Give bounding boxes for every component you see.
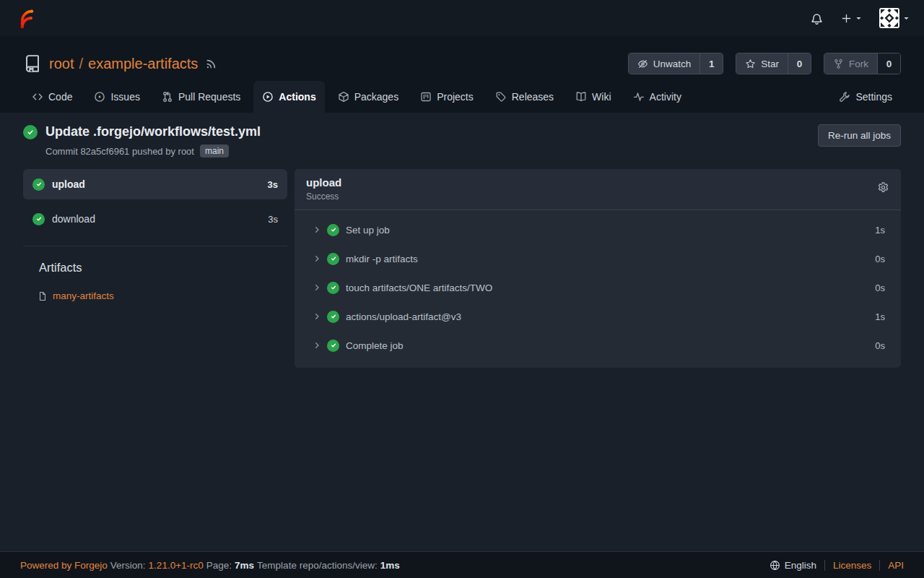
tab-projects[interactable]: Projects bbox=[411, 81, 482, 113]
chevron-right-icon[interactable] bbox=[313, 225, 321, 234]
page-time: 7ms bbox=[235, 560, 254, 571]
footer-left: Powered by Forgejo Version: 1.21.0+1-rc0… bbox=[20, 560, 400, 571]
job-detail-name: upload bbox=[306, 176, 341, 189]
divider bbox=[824, 560, 825, 571]
job-name: upload bbox=[52, 178, 85, 190]
chevron-down-icon bbox=[903, 15, 910, 22]
top-navbar bbox=[0, 0, 924, 36]
step-duration: 1s bbox=[875, 311, 885, 322]
artifacts-heading: Artifacts bbox=[39, 261, 287, 275]
fork-label: Fork bbox=[849, 59, 868, 69]
language-menu[interactable]: English bbox=[770, 560, 816, 571]
tab-wiki[interactable]: Wiki bbox=[567, 81, 619, 113]
tab-activity[interactable]: Activity bbox=[624, 81, 690, 113]
code-icon bbox=[32, 91, 43, 103]
step-row[interactable]: mkdir -p artifacts 0s bbox=[295, 244, 901, 273]
play-circle-icon bbox=[262, 91, 274, 103]
file-icon bbox=[38, 291, 48, 301]
powered-by-link[interactable]: Powered by Forgejo bbox=[20, 560, 108, 571]
forks-count[interactable]: 0 bbox=[877, 53, 900, 74]
chevron-right-icon[interactable] bbox=[313, 341, 321, 350]
tab-releases[interactable]: Releases bbox=[487, 81, 562, 113]
avatar bbox=[879, 8, 899, 28]
stars-count[interactable]: 0 bbox=[788, 53, 811, 74]
chevron-right-icon[interactable] bbox=[313, 312, 321, 321]
tab-packages[interactable]: Packages bbox=[329, 81, 407, 113]
version-label: Version: bbox=[110, 560, 146, 571]
step-duration: 0s bbox=[875, 254, 885, 264]
run-success-icon bbox=[23, 125, 38, 139]
licenses-link[interactable]: Licenses bbox=[833, 560, 871, 571]
tab-issues[interactable]: Issues bbox=[85, 81, 148, 113]
step-success-icon bbox=[327, 253, 339, 265]
rss-icon[interactable] bbox=[205, 58, 217, 70]
step-success-icon bbox=[327, 311, 339, 323]
repo-name-link[interactable]: example-artifacts bbox=[88, 56, 198, 72]
divider bbox=[23, 246, 287, 246]
job-row[interactable]: download 3s bbox=[23, 204, 287, 234]
repo-tabs: Code Issues Pull Requests Actions Packag… bbox=[0, 81, 924, 113]
notifications-bell-icon[interactable] bbox=[810, 12, 824, 25]
repo-actions: Unwatch 1 Star 0 bbox=[628, 53, 901, 74]
jobs-sidebar: upload 3s download 3s Artifacts many-art… bbox=[23, 169, 287, 301]
version-link[interactable]: 1.21.0+1-rc0 bbox=[149, 560, 204, 571]
run-header: Update .forgejo/workflows/test.yml Commi… bbox=[23, 124, 901, 158]
forgejo-logo-icon[interactable] bbox=[14, 7, 37, 30]
job-detail-status: Success bbox=[306, 191, 341, 202]
globe-icon bbox=[770, 560, 780, 571]
rerun-all-jobs-button[interactable]: Re-run all jobs bbox=[818, 124, 901, 147]
fork-button[interactable]: Fork 0 bbox=[824, 53, 901, 74]
step-name: touch artifacts/ONE artifacts/TWO bbox=[346, 282, 492, 293]
step-row[interactable]: touch artifacts/ONE artifacts/TWO 0s bbox=[295, 273, 901, 302]
job-duration: 3s bbox=[268, 214, 278, 225]
chevron-right-icon[interactable] bbox=[313, 254, 321, 263]
step-success-icon bbox=[327, 282, 339, 294]
repo-breadcrumb: root / example-artifacts bbox=[49, 56, 198, 72]
artifact-link[interactable]: many-artifacts bbox=[38, 290, 287, 301]
step-name: Complete job bbox=[346, 340, 404, 351]
step-name: mkdir -p artifacts bbox=[346, 254, 418, 264]
gear-icon[interactable] bbox=[877, 181, 889, 194]
chevron-down-icon bbox=[855, 15, 862, 22]
step-name: Set up job bbox=[346, 225, 390, 236]
git-pull-request-icon bbox=[162, 91, 173, 103]
step-name: actions/upload-artifact@v3 bbox=[346, 311, 461, 322]
watchers-count[interactable]: 1 bbox=[699, 53, 723, 74]
repo-owner-link[interactable]: root bbox=[49, 56, 74, 72]
footer-right: English Licenses API bbox=[770, 560, 904, 571]
tab-settings[interactable]: Settings bbox=[830, 81, 901, 113]
tag-icon bbox=[495, 91, 507, 103]
create-new-dropdown[interactable] bbox=[841, 13, 862, 24]
repo-book-icon bbox=[23, 54, 42, 73]
tab-code[interactable]: Code bbox=[23, 81, 81, 113]
step-duration: 0s bbox=[875, 282, 885, 293]
package-icon bbox=[338, 91, 349, 103]
step-duration: 0s bbox=[875, 340, 885, 351]
project-board-icon bbox=[420, 91, 432, 103]
commit-text: Commit 82a5cf6961 pushed by root bbox=[45, 146, 194, 157]
tab-pull-requests[interactable]: Pull Requests bbox=[153, 81, 249, 113]
tools-icon bbox=[839, 91, 850, 103]
job-row[interactable]: upload 3s bbox=[23, 169, 287, 199]
actions-run-page: Update .forgejo/workflows/test.yml Commi… bbox=[0, 113, 924, 551]
chevron-right-icon[interactable] bbox=[313, 283, 321, 292]
unwatch-button[interactable]: Unwatch 1 bbox=[628, 53, 724, 74]
branch-badge[interactable]: main bbox=[200, 144, 229, 158]
pulse-icon bbox=[633, 91, 645, 103]
repo-header: root / example-artifacts Unwatch 1 bbox=[0, 36, 924, 113]
eye-slash-icon bbox=[637, 59, 648, 69]
step-duration: 1s bbox=[875, 225, 885, 236]
user-menu[interactable] bbox=[879, 8, 910, 28]
template-label: Template repo/actions/view: bbox=[257, 560, 378, 571]
step-success-icon bbox=[327, 340, 339, 352]
star-icon bbox=[745, 59, 756, 69]
job-name: download bbox=[52, 213, 95, 225]
step-row[interactable]: Set up job 1s bbox=[295, 215, 901, 244]
tab-actions[interactable]: Actions bbox=[253, 81, 324, 113]
job-success-icon bbox=[32, 178, 45, 191]
star-button[interactable]: Star 0 bbox=[736, 53, 811, 74]
step-row[interactable]: actions/upload-artifact@v3 1s bbox=[295, 302, 901, 331]
api-link[interactable]: API bbox=[888, 560, 904, 571]
step-row[interactable]: Complete job 0s bbox=[295, 331, 901, 360]
nav-right bbox=[810, 8, 910, 28]
